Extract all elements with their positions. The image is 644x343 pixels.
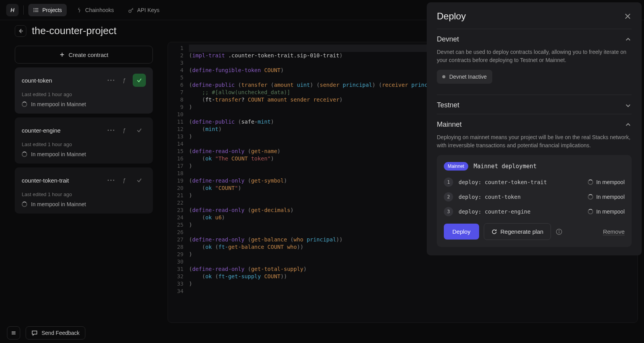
send-feedback-button[interactable]: Send Feedback [26,326,85,340]
mainnet-section-toggle[interactable]: Mainnet [437,121,632,129]
contract-edited: Last edited 1 hour ago [22,191,146,197]
step-number: 3 [444,207,453,216]
nav-separator [23,5,24,15]
contract-edited: Last edited 1 hour ago [22,141,146,147]
chevron-up-icon [625,36,632,43]
create-contract-label: Create contract [69,52,109,58]
testnet-section-toggle[interactable]: Testnet [437,101,632,109]
nav-projects[interactable]: Projects [28,4,67,16]
contract-card[interactable]: count-token ƒ Last edited 1 hour ago In … [15,67,153,114]
spinner-icon [22,152,27,157]
nav-apikeys[interactable]: API Keys [123,4,164,16]
project-title: the-counter-project [32,25,116,37]
refresh-icon [491,229,497,235]
svg-point-12 [108,80,109,81]
spinner-icon [22,102,27,107]
status-indicator [133,74,146,87]
nav-projects-label: Projects [42,7,62,13]
svg-point-17 [113,130,114,131]
function-button[interactable]: ƒ [119,126,129,135]
deploy-button[interactable]: Deploy [444,224,479,240]
svg-point-14 [113,80,114,81]
svg-point-13 [111,80,112,81]
send-feedback-label: Send Feedback [42,330,80,336]
svg-point-5 [34,11,34,12]
contract-card[interactable]: counter-token-trait ƒ Last edited 1 hour… [15,167,153,214]
nav-apikeys-label: API Keys [137,7,160,13]
step-number: 2 [444,192,453,202]
more-button[interactable] [106,126,116,135]
hook-icon [76,7,82,13]
function-button[interactable]: ƒ [119,76,129,85]
svg-point-15 [108,130,109,131]
menu-button[interactable] [7,326,20,340]
contract-card[interactable]: counter-engine ƒ Last edited 1 hour ago … [15,117,153,164]
remove-button[interactable]: Remove [603,228,625,235]
step-number: 1 [444,178,453,187]
contract-name: counter-token-trait [22,177,102,184]
devnet-section-toggle[interactable]: Devnet [437,35,632,43]
contract-name: counter-engine [22,127,102,134]
mainnet-badge: Mainnet [444,162,468,171]
arrow-left-icon [17,28,24,34]
chevron-down-icon [625,102,632,109]
step-label: deploy: count-token [459,194,582,200]
function-icon: ƒ [123,127,126,133]
plus-icon [59,52,65,57]
mainnet-title: Mainnet [437,121,462,129]
svg-point-3 [34,8,34,9]
testnet-title: Testnet [437,101,459,109]
chat-icon [31,330,38,336]
close-button[interactable] [624,12,632,20]
check-icon [136,77,142,83]
key-icon [128,7,134,13]
chevron-up-icon [625,121,632,128]
divider [437,95,632,95]
spinner-icon [588,194,593,200]
more-button[interactable] [106,76,116,85]
check-icon [136,177,142,183]
create-contract-button[interactable]: Create contract [15,46,153,64]
dots-icon [107,129,114,131]
more-button[interactable] [106,176,116,185]
deploy-panel: Deploy Devnet Devnet can be used to depl… [427,2,642,255]
svg-point-4 [34,10,34,10]
spinner-icon [588,209,593,214]
menu-icon [10,330,17,336]
check-icon [136,127,142,133]
function-button[interactable]: ƒ [119,176,129,185]
svg-point-18 [108,180,109,181]
devnet-status-label: Devnet Inactive [449,74,487,80]
spinner-icon [588,179,593,185]
close-icon [624,12,632,20]
devnet-title: Devnet [437,35,459,43]
svg-point-20 [113,180,114,181]
status-dot-icon [442,75,445,78]
contract-status: In mempool in Mainnet [31,151,86,157]
contract-status: In mempool in Mainnet [31,201,86,207]
brand-logo[interactable]: H [6,4,19,16]
mainnet-deployment-name: Mainnet deployment [474,163,537,170]
function-icon: ƒ [123,177,126,183]
list-icon [33,7,39,13]
deploy-step: 2 deploy: count-token In mempool [444,192,625,202]
regenerate-plan-button[interactable]: Regenerate plan [484,223,551,240]
devnet-description: Devnet can be used to deploy contracts l… [437,48,632,64]
contract-status: In mempool in Mainnet [31,101,86,107]
svg-point-28 [559,230,559,231]
contract-edited: Last edited 1 hour ago [22,91,146,97]
footer: Send Feedback [0,323,92,343]
back-button[interactable] [15,25,26,37]
status-indicator [133,174,146,187]
svg-point-16 [111,130,112,131]
svg-point-19 [111,180,112,181]
devnet-status-pill[interactable]: Devnet Inactive [437,70,492,84]
function-icon: ƒ [123,77,126,83]
nav-chainhooks-label: Chainhooks [85,7,114,13]
info-icon[interactable] [556,228,563,235]
line-gutter: 1234567891011121314151617181920212223242… [168,45,189,295]
contracts-sidebar: Create contract count-token ƒ Last edite… [0,42,168,323]
step-label: deploy: counter-token-trait [459,179,582,185]
mainnet-deployment-box: Mainnet Mainnet deployment 1 deploy: cou… [437,155,632,247]
nav-chainhooks[interactable]: Chainhooks [71,4,119,16]
